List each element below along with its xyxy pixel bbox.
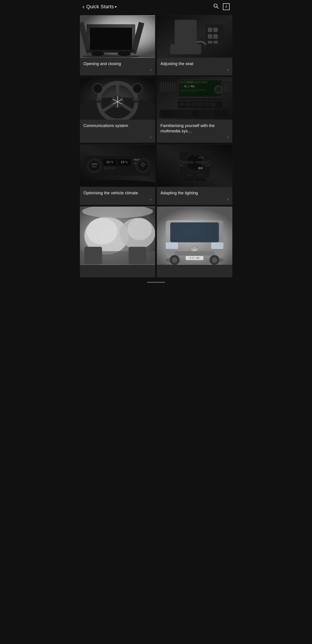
- svg-rect-7: [86, 50, 135, 52]
- svg-rect-58: [179, 90, 206, 91]
- svg-point-152: [172, 258, 177, 263]
- card-airbag[interactable]: [80, 206, 155, 277]
- card-image-van-front: B·3C 3GD: [157, 206, 232, 265]
- header-left: ‹ Quick Starts ▾: [83, 4, 117, 10]
- card-adjusting-seat[interactable]: Adjusting the seat ›: [157, 15, 232, 75]
- app-header: ‹ Quick Starts ▾ i: [78, 0, 234, 14]
- svg-rect-90: [112, 167, 115, 170]
- svg-rect-55: [201, 81, 207, 84]
- svg-text:22°c: 22°c: [121, 160, 128, 164]
- svg-rect-64: [179, 102, 184, 106]
- info-icon: i: [226, 5, 226, 9]
- svg-rect-19: [208, 41, 212, 44]
- card-content: Opening and closing ›: [80, 58, 155, 75]
- svg-rect-89: [108, 167, 111, 170]
- svg-rect-17: [208, 34, 212, 39]
- svg-rect-38: [137, 99, 138, 100]
- card-content-van-front: [157, 265, 232, 277]
- svg-rect-112: [181, 161, 193, 164]
- card-van-front[interactable]: B·3C 3GD: [157, 206, 232, 277]
- svg-text:AUTO: AUTO: [198, 157, 204, 159]
- van-rear-illustration: [80, 15, 155, 58]
- card-multimedia[interactable]: 92.2 MHz: [157, 77, 232, 143]
- card-label-lighting: Adapting the lighting: [160, 191, 198, 195]
- card-label-communications: Communications system: [84, 124, 128, 128]
- svg-rect-79: [222, 111, 228, 117]
- climate-illustration: AUTO REST 21°c 22°c REAR SYNC: [80, 144, 155, 187]
- svg-rect-37: [135, 99, 137, 100]
- card-climate[interactable]: AUTO REST 21°c 22°c REAR SYNC: [80, 144, 155, 204]
- svg-rect-6: [90, 28, 132, 52]
- svg-text:SYNC: SYNC: [179, 165, 184, 166]
- card-image-van-rear: [80, 15, 155, 58]
- svg-point-40: [133, 84, 142, 94]
- svg-point-115: [207, 160, 211, 164]
- svg-text:92.2 MHz: 92.2 MHz: [184, 85, 195, 88]
- svg-rect-150: [211, 242, 223, 249]
- svg-point-126: [127, 218, 152, 240]
- steering-illustration: [80, 77, 155, 120]
- svg-point-113: [179, 160, 183, 164]
- svg-text:REST: REST: [92, 166, 97, 168]
- card-image-airbag: [80, 206, 155, 265]
- card-content-communications: Communications system ›: [80, 120, 155, 143]
- card-communications[interactable]: Communications system ›: [80, 77, 155, 143]
- header-right: i: [213, 3, 230, 10]
- card-arrow-climate: ›: [150, 197, 152, 202]
- multimedia-illustration: 92.2 MHz: [157, 77, 232, 120]
- card-image-seat: [157, 15, 232, 58]
- svg-rect-69: [210, 102, 215, 106]
- search-icon: [213, 3, 219, 9]
- card-content-climate: Optimising the vehicle climate ›: [80, 187, 155, 204]
- card-lighting[interactable]: 0 AUTO ⬤ ⬤⬤ SYNC AUTO P: [157, 144, 232, 204]
- card-content-lighting: Adapting the lighting ›: [157, 187, 232, 204]
- svg-rect-13: [170, 44, 201, 54]
- svg-rect-70: [223, 82, 231, 93]
- page-title: Quick Starts: [86, 4, 114, 10]
- svg-point-39: [93, 84, 103, 94]
- svg-rect-66: [191, 102, 197, 106]
- svg-rect-53: [187, 81, 193, 84]
- header-title-group: Quick Starts ▾: [86, 4, 117, 10]
- svg-rect-15: [208, 28, 212, 32]
- card-label-climate: Optimising the vehicle climate: [84, 191, 138, 195]
- svg-text:0: 0: [194, 154, 195, 157]
- info-button[interactable]: i: [223, 3, 230, 10]
- indicator-bar: [147, 282, 165, 283]
- search-button[interactable]: [213, 3, 219, 10]
- title-dropdown-arrow[interactable]: ▾: [115, 5, 117, 9]
- svg-text:⬤⬤: ⬤⬤: [198, 167, 203, 169]
- card-arrow-communications: ›: [150, 135, 152, 140]
- card-opening-closing[interactable]: Opening and closing ›: [80, 15, 155, 75]
- svg-rect-18: [213, 34, 218, 39]
- svg-rect-77: [192, 111, 198, 117]
- svg-rect-129: [84, 247, 102, 264]
- back-button[interactable]: ‹: [83, 4, 85, 10]
- svg-rect-67: [198, 102, 203, 106]
- svg-rect-88: [104, 167, 107, 170]
- svg-point-61: [216, 88, 221, 92]
- svg-rect-68: [204, 102, 209, 106]
- svg-rect-130: [128, 247, 146, 264]
- card-arrow-lighting: ›: [227, 197, 229, 202]
- svg-text:P: P: [194, 179, 195, 181]
- card-arrow-seat: ›: [227, 68, 229, 72]
- van-front-illustration: B·3C 3GD: [157, 206, 232, 265]
- svg-rect-76: [161, 111, 175, 117]
- svg-rect-52: [179, 81, 186, 84]
- airbag-illustration: [80, 206, 155, 265]
- svg-rect-114: [196, 161, 208, 164]
- svg-point-124: [86, 218, 118, 244]
- lighting-illustration: 0 AUTO ⬤ ⬤⬤ SYNC AUTO P: [157, 144, 232, 187]
- card-content-airbag: [80, 265, 155, 277]
- cards-grid: Opening and closing ›: [78, 14, 234, 279]
- card-label-opening-closing: Opening and closing: [84, 62, 121, 66]
- svg-rect-36: [133, 99, 135, 100]
- svg-line-1: [217, 7, 218, 9]
- svg-rect-118: [186, 174, 192, 176]
- svg-rect-62: [178, 98, 222, 100]
- card-label-multimedia: Familiarising yourself with the multimed…: [160, 124, 215, 133]
- svg-text:AUTO: AUTO: [205, 165, 210, 166]
- card-arrow-opening-closing: ›: [150, 68, 152, 72]
- card-image-multimedia: 92.2 MHz: [157, 77, 232, 120]
